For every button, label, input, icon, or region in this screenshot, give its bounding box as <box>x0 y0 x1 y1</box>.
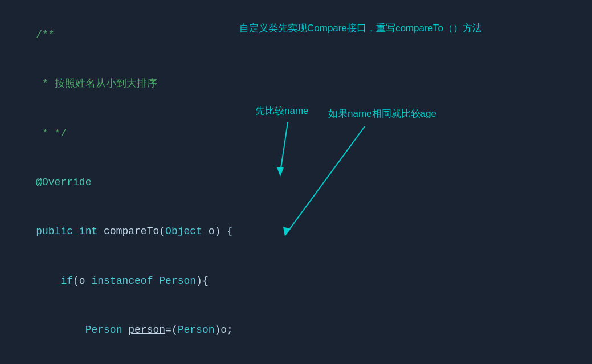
code-line-3: * */ <box>11 109 581 158</box>
code-line-4: @Override <box>11 158 581 207</box>
code-line-6: if(o instanceof Person){ <box>11 256 581 305</box>
code-line-8: int compare = this.name.compareTo(person… <box>11 355 581 364</box>
code-line-1: /** <box>11 10 581 59</box>
code-editor: /** * 按照姓名从小到大排序 * */ @Override public i… <box>0 0 592 364</box>
code-line-2: * 按照姓名从小到大排序 <box>11 59 581 108</box>
code-line-5: public int compareTo(Object o) { <box>11 207 581 256</box>
code-line-7: Person person=(Person)o; <box>11 305 581 354</box>
